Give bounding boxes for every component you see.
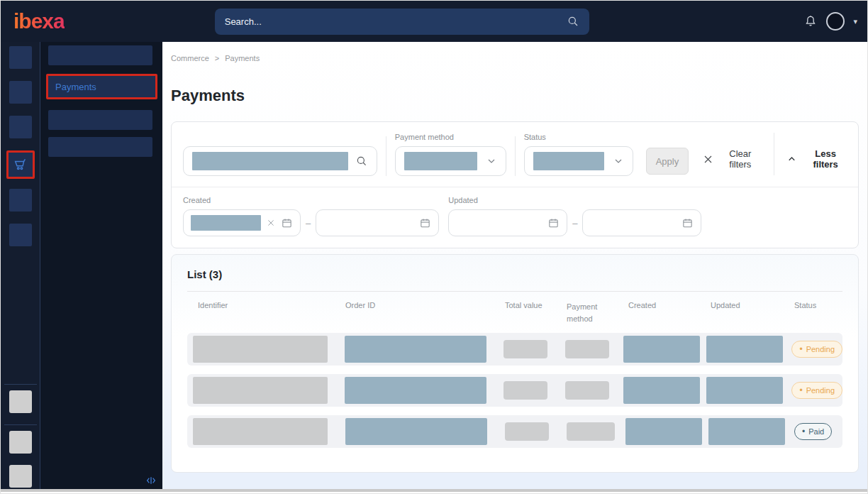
- list-title: List (3): [187, 268, 842, 280]
- filters-panel: Payment method Status: [171, 121, 859, 248]
- redacted-payment-method: [565, 340, 609, 358]
- payment-method-dropdown[interactable]: [395, 146, 506, 176]
- global-search[interactable]: [215, 9, 589, 35]
- redacted-total-value: [503, 340, 547, 358]
- search-icon[interactable]: [355, 155, 368, 168]
- sidebar-item-3[interactable]: [48, 110, 152, 130]
- col-order-id: Order ID: [345, 301, 505, 309]
- divider: [187, 291, 842, 292]
- updated-from-date-input[interactable]: [448, 209, 567, 236]
- icon-rail: [1, 42, 40, 489]
- rail-item-6[interactable]: [9, 224, 32, 246]
- redacted-total-value: [503, 381, 547, 400]
- created-from-date-input[interactable]: [183, 209, 301, 236]
- less-filters-button[interactable]: Less filters: [786, 148, 847, 170]
- table-row[interactable]: Paid: [187, 415, 842, 448]
- user-avatar[interactable]: [826, 12, 845, 31]
- payments-list-panel: List (3) Identifier Order ID Total value…: [171, 254, 859, 473]
- breadcrumb-separator: >: [215, 54, 219, 62]
- calendar-icon[interactable]: [281, 217, 293, 229]
- app-window: ibexa ▾: [0, 0, 868, 494]
- redacted-identifier: [193, 418, 328, 445]
- table-row[interactable]: Pending: [187, 374, 842, 407]
- payment-method-label: Payment method: [395, 133, 506, 141]
- redacted-identifier: [193, 377, 328, 404]
- rail-bottom-item-3[interactable]: [9, 465, 32, 488]
- secondary-sidebar: Payments: [40, 42, 162, 489]
- col-identifier: Identifier: [187, 301, 345, 309]
- redacted-dropdown-value: [533, 152, 604, 170]
- calendar-icon[interactable]: [547, 217, 560, 229]
- status-field: Status: [524, 133, 633, 176]
- col-status: Status: [794, 301, 842, 309]
- status-badge: Paid: [794, 423, 832, 440]
- table-header: Identifier Order ID Total value Payment …: [187, 301, 842, 324]
- status-badge: Pending: [791, 382, 842, 399]
- col-payment-method: Payment method: [567, 301, 625, 324]
- topbar-right: ▾: [803, 12, 857, 31]
- redacted-order-id: [345, 377, 486, 404]
- sidebar-collapse-icon[interactable]: [145, 475, 157, 486]
- calendar-icon[interactable]: [681, 217, 694, 229]
- sidebar-item-1[interactable]: [48, 45, 152, 65]
- created-field: Created –: [183, 196, 439, 236]
- status-badge: Pending: [791, 341, 842, 358]
- less-filters-label: Less filters: [804, 148, 847, 170]
- search-input[interactable]: [225, 16, 567, 27]
- redacted-total-value: [505, 422, 549, 441]
- topbar: ibexa ▾: [1, 1, 867, 42]
- redacted-updated: [708, 418, 785, 445]
- notifications-bell-icon[interactable]: [803, 14, 818, 28]
- ibexa-logo[interactable]: ibexa: [13, 9, 65, 33]
- payment-method-field: Payment method: [395, 133, 506, 176]
- filters-row-2: Created –: [172, 187, 858, 248]
- sidebar-item-4[interactable]: [48, 137, 152, 157]
- col-created: Created: [625, 301, 708, 309]
- horizontal-scrollbar[interactable]: [1, 489, 867, 493]
- rail-item-3[interactable]: [9, 116, 32, 138]
- chevron-down-icon: [613, 155, 624, 167]
- calendar-icon[interactable]: [419, 217, 431, 229]
- user-menu-caret-icon[interactable]: ▾: [853, 17, 857, 26]
- chevron-down-icon: [486, 155, 497, 167]
- col-total-value: Total value: [505, 301, 567, 309]
- sidebar-item-payments[interactable]: Payments: [46, 74, 157, 99]
- redacted-order-id: [345, 418, 487, 445]
- range-separator: –: [306, 218, 311, 229]
- clear-date-icon[interactable]: [267, 219, 275, 227]
- rail-item-commerce-active[interactable]: [6, 150, 35, 179]
- created-to-date-input[interactable]: [316, 209, 439, 236]
- created-label: Created: [183, 196, 439, 204]
- main-content: Commerce > Payments Payments Payment: [162, 42, 867, 489]
- rail-item-5[interactable]: [9, 189, 32, 212]
- redacted-payment-method: [565, 381, 609, 400]
- rail-divider: [4, 384, 37, 385]
- redacted-payment-method: [567, 422, 615, 441]
- rail-divider: [4, 424, 37, 425]
- table-row[interactable]: Pending: [187, 333, 842, 366]
- rail-item-2[interactable]: [9, 81, 32, 104]
- rail-bottom: [1, 384, 40, 489]
- redacted-updated: [706, 377, 783, 404]
- clear-filters-button[interactable]: Clear filters: [703, 148, 760, 170]
- redacted-created: [623, 336, 700, 363]
- rail-bottom-item-2[interactable]: [9, 431, 32, 454]
- updated-field: Updated –: [448, 196, 701, 236]
- breadcrumb-commerce[interactable]: Commerce: [171, 54, 209, 62]
- divider: [515, 136, 516, 176]
- redacted-created: [625, 418, 702, 445]
- search-icon[interactable]: [567, 15, 579, 28]
- redacted-dropdown-value: [404, 152, 477, 170]
- status-label: Status: [524, 133, 633, 141]
- apply-button[interactable]: Apply: [646, 148, 689, 175]
- shopping-cart-icon: [13, 157, 28, 172]
- rail-bottom-item-1[interactable]: [9, 390, 32, 413]
- range-separator: –: [572, 218, 577, 229]
- status-dropdown[interactable]: [524, 146, 633, 176]
- breadcrumb-payments: Payments: [225, 54, 260, 62]
- filter-search-input[interactable]: [183, 146, 377, 176]
- col-updated: Updated: [708, 301, 794, 309]
- filters-row-1: Payment method Status: [172, 122, 858, 187]
- updated-to-date-input[interactable]: [582, 209, 701, 236]
- rail-item-1[interactable]: [9, 46, 32, 69]
